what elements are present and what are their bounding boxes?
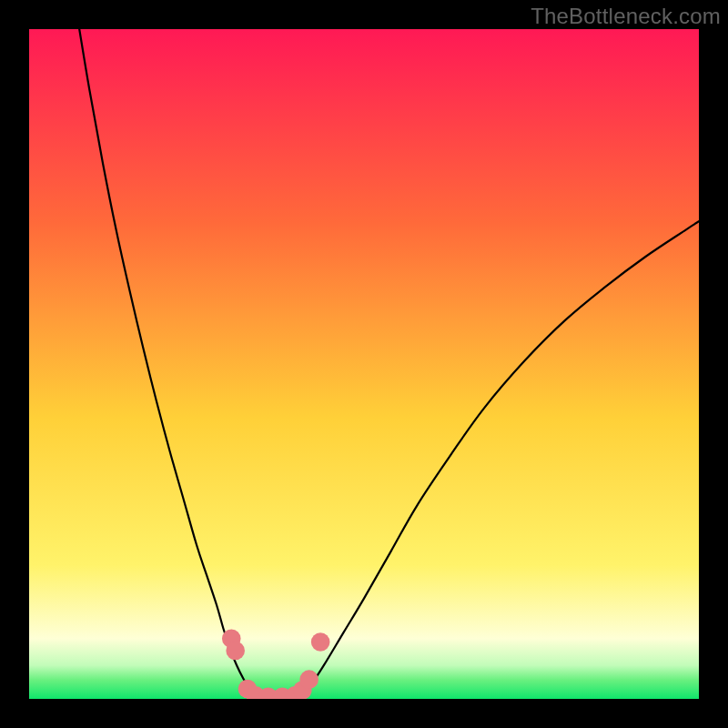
- watermark-text: TheBottleneck.com: [531, 4, 721, 29]
- chart-frame: TheBottleneck.com: [0, 0, 728, 728]
- highlight-dot: [226, 642, 245, 661]
- chart-svg: [29, 29, 699, 699]
- highlight-dot: [311, 632, 330, 652]
- highlight-dot: [299, 670, 318, 689]
- plot-area: [29, 29, 699, 699]
